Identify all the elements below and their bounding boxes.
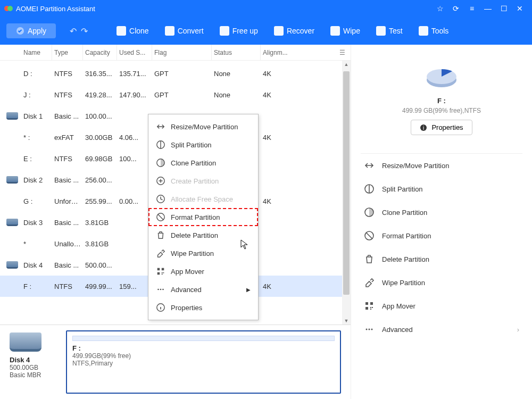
context-delete-item[interactable]: Delete Partition [148, 226, 258, 244]
context-create-item: Create Partition [148, 172, 258, 190]
convert-icon [165, 26, 174, 36]
disk-summary-card[interactable]: Disk 4 500.00GB Basic MBR [10, 330, 56, 394]
create-icon [156, 176, 165, 186]
toolbar-test-button[interactable]: Test [373, 24, 406, 38]
props-icon [156, 303, 165, 312]
toolbar-convert-button[interactable]: Convert [162, 24, 207, 38]
svg-point-15 [160, 289, 162, 290]
star-icon[interactable]: ☆ [432, 4, 448, 13]
context-resize-item[interactable]: Resize/Move Partition [148, 118, 258, 136]
clone-icon [117, 26, 126, 36]
svg-rect-30 [370, 309, 371, 310]
partition-size-label: 499.99GB(99% free) [72, 352, 131, 360]
svg-point-33 [371, 329, 373, 330]
svg-rect-8 [157, 268, 160, 271]
info-icon: i [420, 124, 427, 131]
partition-row[interactable]: J :NTFS419.28...147.90...GPTNone4K [0, 84, 351, 105]
toolbar-clone-button[interactable]: Clone [113, 24, 152, 38]
side-action-format[interactable]: Format Partition [361, 224, 522, 247]
format-icon [364, 230, 375, 241]
context-format-item[interactable]: Format Partition [148, 208, 258, 226]
advanced-icon [156, 285, 165, 294]
delete-icon [364, 254, 375, 264]
allocate-icon [156, 194, 165, 204]
disk-icon [6, 219, 18, 226]
context-split-item[interactable]: Split Partition [148, 136, 258, 154]
side-action-wipep[interactable]: Wipe Partition [361, 271, 522, 294]
refresh-icon[interactable]: ⟳ [448, 4, 464, 13]
context-allocate-item: Allocate Free Space [148, 190, 258, 208]
wipe-icon [330, 26, 340, 36]
side-action-advanced[interactable]: Advanced› [361, 318, 522, 341]
split-icon [156, 140, 165, 149]
resize-icon [364, 160, 375, 171]
side-action-list: Resize/Move PartitionSplit PartitionClon… [361, 153, 522, 341]
svg-rect-26 [370, 302, 373, 305]
bottom-summary: Disk 4 500.00GB Basic MBR F : 499.99GB(9… [0, 325, 351, 399]
context-appmover-item[interactable]: App Mover [148, 262, 258, 280]
context-menu: Resize/Move PartitionSplit PartitionClon… [148, 114, 259, 320]
side-action-split[interactable]: Split Partition [361, 177, 522, 201]
side-action-resize[interactable]: Resize/Move Partition [361, 154, 522, 177]
properties-button[interactable]: i Properties [411, 120, 472, 135]
toolbar-wipe-button[interactable]: Wipe [327, 24, 363, 38]
svg-rect-9 [162, 268, 164, 271]
usage-pie-chart [425, 60, 459, 94]
side-action-delete[interactable]: Delete Partition [361, 247, 522, 271]
appmover-icon [364, 301, 375, 311]
partition-name-label: F : [72, 344, 81, 352]
wipep-icon [364, 277, 375, 288]
disk-icon [6, 261, 18, 269]
apply-label: Apply [28, 27, 46, 35]
clonep-icon [156, 158, 165, 168]
maximize-button[interactable]: ☐ [496, 4, 512, 13]
context-advanced-item[interactable]: Advanced▶ [148, 280, 258, 298]
column-menu-icon[interactable]: ☰ [339, 49, 345, 56]
svg-point-14 [157, 289, 159, 290]
apply-button[interactable]: Apply [6, 23, 56, 38]
submenu-arrow-icon: ▶ [246, 287, 251, 293]
svg-point-16 [162, 289, 164, 290]
col-flag[interactable]: Flag [152, 45, 212, 60]
properties-label: Properties [431, 123, 463, 131]
col-capacity[interactable]: Capacity [83, 45, 117, 60]
redo-button[interactable]: ↷ [81, 26, 88, 36]
disk-type-label: Basic MBR [10, 371, 41, 379]
check-icon [16, 27, 24, 35]
app-title: AOMEI Partition Assistant [16, 5, 432, 13]
side-action-clonep[interactable]: Clone Partition [361, 201, 522, 224]
clonep-icon [364, 207, 375, 218]
freeup-icon [220, 26, 229, 36]
close-button[interactable]: ✕ [512, 4, 528, 13]
tools-icon [419, 26, 428, 36]
resize-icon [156, 122, 165, 131]
delete-icon [156, 230, 165, 240]
col-align[interactable]: Alignm... [261, 45, 293, 60]
svg-point-31 [366, 329, 368, 330]
svg-text:i: i [423, 125, 424, 131]
table-scrollbar[interactable]: ▲ ▼ [342, 61, 351, 325]
menu-icon[interactable]: ≡ [464, 4, 480, 13]
context-wipep-item[interactable]: Wipe Partition [148, 244, 258, 262]
side-action-appmover[interactable]: App Mover [361, 294, 522, 318]
col-status[interactable]: Status [212, 45, 261, 60]
titlebar: AOMEI Partition Assistant ☆ ⟳ ≡ — ☐ ✕ [0, 0, 532, 17]
col-name[interactable]: Name [21, 45, 52, 60]
app-logo-icon [4, 4, 13, 13]
context-props-item[interactable]: Properties [148, 298, 258, 317]
toolbar-recover-button[interactable]: Recover [271, 24, 318, 38]
partition-summary-box[interactable]: F : 499.99GB(99% free) NTFS,Primary [66, 330, 341, 394]
advanced-icon [364, 324, 375, 335]
context-clonep-item[interactable]: Clone Partition [148, 154, 258, 172]
side-panel: F : 499.99 GB(99% free),NTFS i Propertie… [351, 45, 532, 399]
col-type[interactable]: Type [52, 45, 83, 60]
disk-size-label: 500.00GB [10, 364, 38, 371]
svg-point-1 [7, 6, 13, 11]
disk-icon [10, 332, 41, 352]
toolbar-freeup-button[interactable]: Free up [217, 24, 261, 38]
col-used[interactable]: Used S... [117, 45, 152, 60]
minimize-button[interactable]: — [480, 4, 496, 13]
toolbar-tools-button[interactable]: Tools [415, 24, 452, 38]
partition-row[interactable]: D :NTFS316.35...135.71...GPTNone4K [0, 63, 351, 84]
undo-button[interactable]: ↶ [70, 26, 77, 36]
